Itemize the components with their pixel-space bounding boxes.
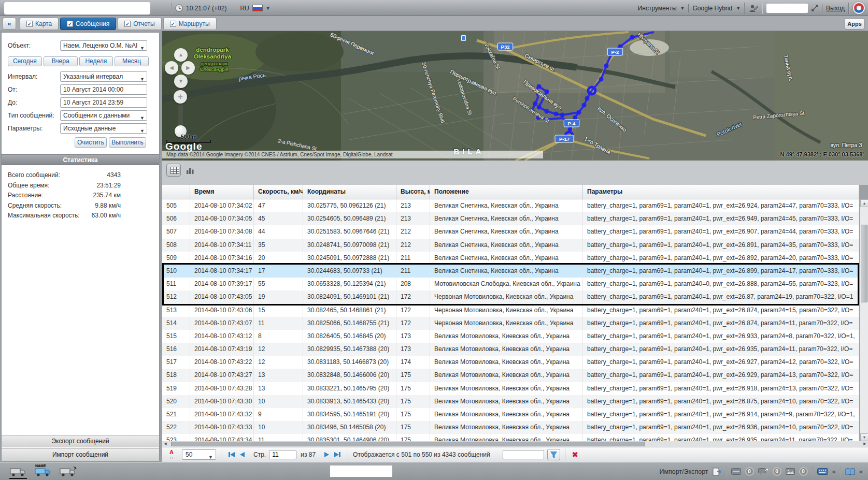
last-page-button[interactable] [334, 452, 340, 457]
import-export-label[interactable]: Импорт/Экспорт [659, 468, 708, 475]
column-header[interactable]: Координаты [303, 185, 396, 199]
tools-menu[interactable]: Инструменты [638, 5, 677, 12]
tab-Отчеты[interactable]: ✓Отчеты [118, 18, 161, 30]
chat-icon[interactable] [758, 468, 769, 475]
user-settings-icon[interactable] [749, 4, 758, 12]
column-header[interactable]: Положение [430, 185, 583, 199]
map-canvas[interactable]: dendroparkOleksandriyaдендропаркОлександ… [162, 31, 868, 161]
table-row[interactable]: 5162014-08-10 07:43:191230.0829935, 50.1… [162, 343, 859, 356]
interval-select[interactable]: Указанный интервал▼ [60, 71, 147, 82]
column-header[interactable]: Скорость, км/ч [254, 185, 303, 199]
parameters-select[interactable]: Исходные данные▼ [60, 123, 147, 134]
language-label[interactable]: RU [240, 5, 249, 12]
checkbox-icon[interactable]: ✓ [170, 21, 176, 27]
table-row[interactable]: 5072014-08-10 07:34:084430.0251583, 50.0… [162, 225, 859, 238]
close-icon[interactable]: ✖ [572, 450, 578, 459]
table-row[interactable]: 5082014-08-10 07:34:113530.0248741, 50.0… [162, 239, 859, 252]
table-row[interactable]: 5052014-08-10 07:34:024730.025775, 50.09… [162, 199, 859, 212]
next-page-button[interactable] [324, 452, 329, 457]
checkbox-icon[interactable]: ✓ [67, 21, 73, 27]
table-row[interactable]: 5142014-08-10 07:43:071130.0825066, 50.1… [162, 317, 859, 330]
chevron-down-icon[interactable]: ▼ [736, 6, 741, 11]
export-messages-button[interactable]: Экспорт сообщений [2, 435, 159, 447]
checkbox-icon[interactable]: ✓ [26, 21, 33, 27]
scroll-left-arrow[interactable]: ◀ [162, 441, 168, 447]
table-row[interactable]: 5192014-08-10 07:43:281330.0833221, 50.1… [162, 382, 859, 395]
column-header[interactable]: Время [190, 185, 254, 199]
table-row[interactable]: 5172014-08-10 07:43:221230.0831183, 50.1… [162, 356, 859, 369]
table-row[interactable]: 5062014-08-10 07:34:054530.0254605, 50.0… [162, 212, 859, 225]
expand-log-icon[interactable]: « [859, 468, 863, 475]
checkbox-icon[interactable]: ✓ [124, 21, 131, 27]
zoom-in-button[interactable]: + [174, 90, 187, 104]
collapse-panel-button[interactable]: « [3, 18, 16, 30]
filter-button[interactable] [547, 449, 560, 460]
horizontal-scroll-thumb[interactable] [171, 442, 645, 446]
keyboard-icon[interactable] [817, 468, 828, 475]
chevron-down-icon[interactable]: ▼ [680, 6, 685, 11]
column-header[interactable]: Параметры [583, 185, 859, 199]
range-button[interactable]: Месяц [115, 56, 149, 66]
import-export-icon[interactable] [713, 468, 722, 476]
range-button[interactable]: Вчера [44, 56, 78, 66]
from-input[interactable] [60, 84, 147, 95]
vertical-scrollbar[interactable]: ▲ ▼ [860, 199, 868, 441]
table-row[interactable]: 5112014-08-10 07:39:175530.0653328, 50.1… [162, 278, 859, 290]
range-button[interactable]: Неделя [79, 56, 113, 66]
autofit-columns-button[interactable]: A↔ [167, 450, 176, 459]
vertical-scroll-thumb[interactable] [861, 225, 867, 302]
range-button[interactable]: Сегодня [8, 56, 42, 66]
filter-input[interactable] [503, 450, 544, 459]
expand-icon[interactable] [812, 5, 818, 11]
import-messages-button[interactable]: Импорт сообщений [2, 448, 159, 461]
table-row[interactable]: 5222014-08-10 07:43:331030.083496, 50.14… [162, 421, 859, 434]
tab-Сообщения[interactable]: ✓Сообщения [60, 18, 116, 30]
notification-icon[interactable] [731, 468, 741, 475]
table-row[interactable]: 5132014-08-10 07:43:061530.082465, 50.14… [162, 304, 859, 317]
log-book-icon[interactable] [845, 468, 855, 475]
tab-Карта[interactable]: ✓Карта [20, 18, 59, 30]
column-header[interactable]: Высота, м [396, 185, 430, 199]
table-row[interactable]: 5152014-08-10 07:43:12830.0826405, 50.14… [162, 330, 859, 343]
table-row[interactable]: 5182014-08-10 07:43:271330.0832848, 50.1… [162, 369, 859, 382]
expand-panel-icon[interactable]: « [832, 468, 836, 475]
table-row[interactable]: 5092014-08-10 07:34:162030.0245091, 50.0… [162, 252, 859, 265]
table-row[interactable]: 5102014-08-10 07:34:171730.0244683, 50.0… [162, 265, 859, 278]
column-header[interactable] [162, 185, 190, 199]
pan-right-button[interactable]: ▶ [181, 61, 195, 75]
pan-down-button[interactable]: ▼ [174, 75, 188, 88]
scroll-up-arrow[interactable]: ▲ [860, 199, 868, 207]
prev-page-button[interactable] [240, 452, 245, 457]
table-row[interactable]: 5232014-08-10 07:43:341130.0835301, 50.1… [162, 434, 859, 441]
chart-view-button[interactable] [183, 164, 197, 177]
pan-left-button[interactable]: ◀ [165, 61, 178, 75]
to-input[interactable] [60, 97, 147, 108]
table-row[interactable]: 5202014-08-10 07:43:301030.0833913, 50.1… [162, 395, 859, 408]
table-cell: 30.0248741, 50.0970098 (21) [303, 239, 396, 252]
tab-Маршруты[interactable]: ✓Маршруты [163, 18, 217, 30]
logout-link[interactable]: Выход [826, 5, 845, 12]
table-cell: battery_charge=1, param69=1, param240=1,… [583, 290, 859, 303]
map-source-menu[interactable]: Google Hybrid [692, 5, 732, 12]
message-type-select[interactable]: Сообщения с данными▼ [60, 110, 147, 121]
page-number-input[interactable] [269, 450, 296, 459]
object-select[interactable]: Наем. Лещенко О.М. №АІ▼ [60, 40, 147, 51]
chevron-down-icon[interactable]: ▼ [266, 6, 271, 11]
photo-icon[interactable] [786, 468, 795, 475]
scroll-down-arrow[interactable]: ▼ [860, 433, 868, 441]
clear-button[interactable]: Очистить [75, 137, 107, 148]
unit-truck-icon-selected[interactable]: NAME [34, 464, 52, 479]
execute-button[interactable]: Выполнить [109, 137, 146, 148]
table-row[interactable]: 5212014-08-10 07:43:32930.0834595, 50.14… [162, 408, 859, 421]
first-page-button[interactable] [229, 452, 235, 457]
pan-up-button[interactable]: ▲ [174, 48, 188, 62]
unit-truck-icon-add[interactable] [59, 464, 77, 479]
page-size-select[interactable]: 50▼ [182, 449, 216, 460]
table-view-button[interactable] [166, 164, 181, 177]
table-row[interactable]: 5122014-08-10 07:43:051930.0824091, 50.1… [162, 290, 859, 303]
apps-button[interactable]: Apps [845, 18, 864, 30]
horizontal-scrollbar[interactable]: ◀ ▶ [162, 441, 868, 447]
unit-truck-icon-1[interactable] [9, 464, 27, 479]
scroll-right-arrow[interactable]: ▶ [862, 441, 868, 447]
russian-flag-icon[interactable] [252, 5, 263, 11]
